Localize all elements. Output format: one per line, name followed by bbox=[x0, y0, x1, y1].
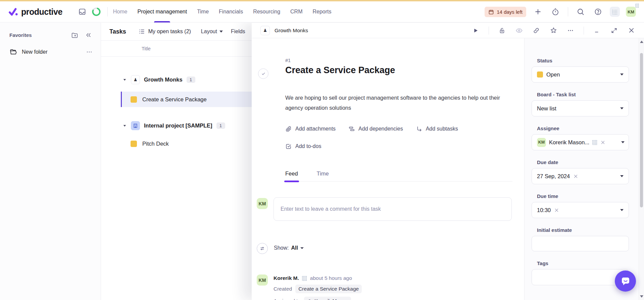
field-label: Board - Task list bbox=[537, 92, 629, 97]
navbar-divider bbox=[568, 7, 568, 16]
board-select[interactable]: New list bbox=[532, 100, 629, 116]
clear-assignee-icon[interactable] bbox=[600, 140, 605, 145]
feed-task-chip[interactable]: Create a Service Package bbox=[295, 285, 362, 293]
task-actions-row: Add to-dos bbox=[285, 140, 321, 152]
clear-due-time-icon[interactable] bbox=[554, 208, 559, 213]
subtasks-icon bbox=[416, 126, 423, 132]
field-label: Due date bbox=[537, 159, 629, 165]
help-icon[interactable] bbox=[592, 6, 604, 17]
productive-logo[interactable]: productive bbox=[8, 7, 62, 17]
field-label: Assignee bbox=[537, 126, 629, 131]
favorite-star-icon[interactable] bbox=[549, 27, 557, 35]
fields-dropdown[interactable]: Fields bbox=[231, 29, 245, 35]
task-title[interactable]: Create a Service Package bbox=[285, 65, 395, 76]
more-icon[interactable] bbox=[86, 49, 93, 55]
logo-check-icon bbox=[8, 7, 18, 17]
caret-down-icon bbox=[620, 107, 624, 109]
caret-down-icon bbox=[620, 73, 624, 76]
trial-top-bar bbox=[0, 0, 644, 1]
user-avatar[interactable]: KM bbox=[626, 7, 636, 17]
task-description[interactable]: We are hoping to sell our project manage… bbox=[285, 93, 509, 113]
add-attachments-button[interactable]: Add attachments bbox=[285, 123, 336, 135]
user-avatar-wrap: KM bbox=[626, 7, 636, 17]
task-details-panel: Status Open Board - Task list New list A… bbox=[524, 38, 639, 300]
modal-body: #1 Create a Service Package We are hopin… bbox=[252, 38, 524, 300]
nav-crm[interactable]: CRM bbox=[290, 1, 302, 22]
minimize-icon[interactable] bbox=[593, 27, 601, 35]
assignee-select[interactable]: KM Korerik Mason... bbox=[532, 134, 629, 150]
due-time-select[interactable]: 10:30 bbox=[532, 202, 629, 218]
complete-task-check-icon[interactable] bbox=[258, 68, 268, 79]
initial-estimate-field: Initial estimate bbox=[532, 227, 629, 251]
status-field: Status Open bbox=[532, 58, 629, 83]
expand-icon[interactable] bbox=[610, 27, 618, 35]
layout-dropdown[interactable]: Layout bbox=[201, 29, 223, 35]
collapse-caret-icon[interactable] bbox=[122, 123, 127, 128]
collapse-sidebar-icon[interactable] bbox=[85, 32, 92, 39]
main-nav: Home Project management Time Financials … bbox=[113, 1, 332, 22]
add-folder-icon[interactable] bbox=[71, 32, 78, 39]
caret-down-icon bbox=[219, 31, 223, 33]
status-color-square bbox=[537, 71, 543, 78]
nav-resourcing[interactable]: Resourcing bbox=[253, 1, 280, 22]
close-icon[interactable] bbox=[627, 27, 635, 35]
header-divider bbox=[489, 27, 489, 35]
feed-author[interactable]: Korerik M. bbox=[274, 275, 299, 281]
add-todos-button[interactable]: Add to-dos bbox=[285, 140, 321, 152]
feed-timestamp[interactable]: about 5 hours ago bbox=[310, 275, 352, 281]
nav-time[interactable]: Time bbox=[197, 1, 209, 22]
progress-ring-icon[interactable] bbox=[91, 6, 102, 17]
initial-estimate-input[interactable] bbox=[532, 236, 629, 251]
field-label: Tags bbox=[537, 260, 629, 266]
scroll-up-icon[interactable] bbox=[640, 41, 643, 43]
unlock-icon[interactable] bbox=[498, 27, 506, 35]
field-label: Initial estimate bbox=[537, 227, 629, 233]
tab-feed[interactable]: Feed bbox=[285, 166, 298, 181]
clear-due-date-icon[interactable] bbox=[573, 174, 578, 179]
task-status-square[interactable] bbox=[131, 141, 137, 147]
comment-input[interactable] bbox=[274, 197, 512, 221]
intercom-chat-button[interactable] bbox=[615, 270, 636, 292]
inbox-icon[interactable] bbox=[77, 6, 88, 17]
more-icon[interactable] bbox=[566, 27, 575, 35]
add-dependencies-button[interactable]: Add dependencies bbox=[348, 123, 403, 135]
due-date-field: Due date 27 Sep, 2024 bbox=[532, 159, 629, 184]
nav-project-management[interactable]: Project management bbox=[137, 1, 187, 22]
due-date-select[interactable]: 27 Sep, 2024 bbox=[532, 168, 629, 184]
dependencies-icon bbox=[348, 126, 355, 132]
add-subtasks-button[interactable]: Add subtasks bbox=[416, 123, 458, 135]
calendar-icon bbox=[488, 9, 494, 15]
nav-financials[interactable]: Financials bbox=[219, 1, 243, 22]
trial-days-badge[interactable]: 14 days left bbox=[485, 7, 526, 17]
search-icon[interactable] bbox=[575, 6, 586, 17]
nav-home[interactable]: Home bbox=[113, 1, 128, 22]
building-icon bbox=[592, 140, 597, 145]
watch-eye-icon[interactable] bbox=[515, 27, 523, 35]
modal-header: ♟ Growth Monks bbox=[252, 23, 644, 38]
timer-icon[interactable] bbox=[550, 6, 561, 17]
task-count-badge: 1 bbox=[216, 122, 225, 129]
feed-filter-dropdown[interactable]: Show: All bbox=[274, 245, 304, 251]
tags-input[interactable] bbox=[532, 269, 629, 285]
top-navbar: productive Home Project management Time … bbox=[0, 1, 644, 22]
caret-down-icon bbox=[620, 209, 624, 211]
feed-item-header: Korerik M. about 5 hours ago bbox=[274, 275, 352, 281]
collapse-caret-icon[interactable] bbox=[122, 78, 127, 82]
caret-down-icon bbox=[620, 175, 624, 177]
view-picker[interactable]: My open tasks (2) bbox=[138, 28, 191, 35]
task-actions-row: Add attachments Add dependencies bbox=[285, 123, 458, 135]
start-timer-play-icon[interactable] bbox=[472, 27, 480, 35]
copy-link-icon[interactable] bbox=[532, 27, 540, 35]
modal-project-name[interactable]: Growth Monks bbox=[275, 28, 308, 34]
status-select[interactable]: Open bbox=[532, 66, 629, 83]
organization-avatar[interactable] bbox=[610, 7, 620, 17]
feed-person-chip[interactable]: Korerik Mason bbox=[304, 297, 351, 300]
panel-scrollbar[interactable] bbox=[639, 38, 644, 300]
scrollbar-thumb[interactable] bbox=[640, 53, 643, 207]
plus-icon[interactable] bbox=[532, 6, 544, 17]
tab-time[interactable]: Time bbox=[317, 166, 329, 181]
nav-reports[interactable]: Reports bbox=[313, 1, 332, 22]
task-status-square[interactable] bbox=[131, 96, 137, 103]
sidebar-item-new-folder[interactable]: New folder bbox=[0, 39, 101, 56]
scroll-down-icon[interactable] bbox=[640, 295, 643, 298]
